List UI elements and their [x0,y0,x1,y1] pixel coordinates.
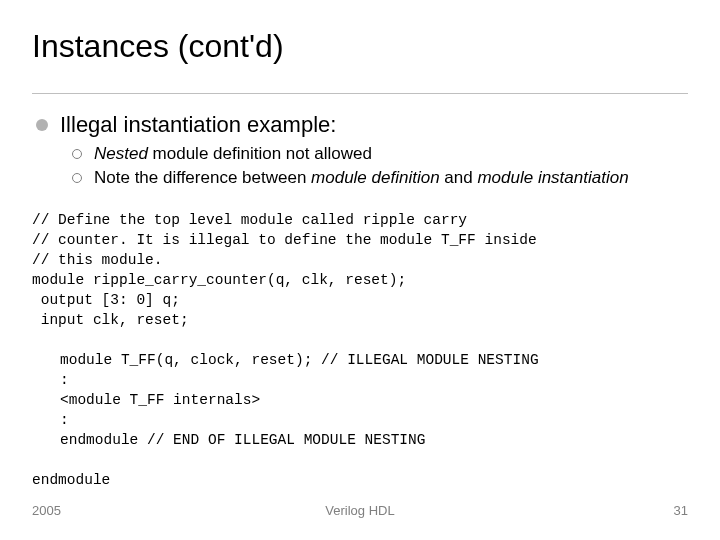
sub2-d: module instantiation [477,168,628,187]
bullet2-rest-1: module definition not allowed [148,144,372,163]
footer-title: Verilog HDL [325,503,394,518]
bullet2-text-2: Note the difference between module defin… [94,168,629,188]
code-block-2: module T_FF(q, clock, reset); // ILLEGAL… [60,350,688,450]
code-block-3: endmodule [32,470,688,490]
italic-word: Nested [94,144,148,163]
page-number: 31 [674,503,688,518]
bullet-level2-2: Note the difference between module defin… [72,168,688,188]
title-rule [32,93,688,94]
footer: 2005 Verilog HDL 31 [0,503,720,518]
disc-icon [36,119,48,131]
slide-title: Instances (cont'd) [32,28,688,65]
circle-icon [72,173,82,183]
circle-icon [72,149,82,159]
code-block-1: // Define the top level module called ri… [32,210,688,330]
sub2-c: and [440,168,478,187]
slide: Instances (cont'd) Illegal instantiation… [0,0,720,540]
bullet-level2-1: Nested module definition not allowed [72,144,688,164]
bullet-level1: Illegal instantiation example: [36,112,688,138]
bullet2-text-1: Nested module definition not allowed [94,144,372,164]
sub2-b: module definition [311,168,440,187]
sub2-a: Note the difference between [94,168,311,187]
footer-year: 2005 [32,503,61,518]
bullet1-text: Illegal instantiation example: [60,112,336,138]
